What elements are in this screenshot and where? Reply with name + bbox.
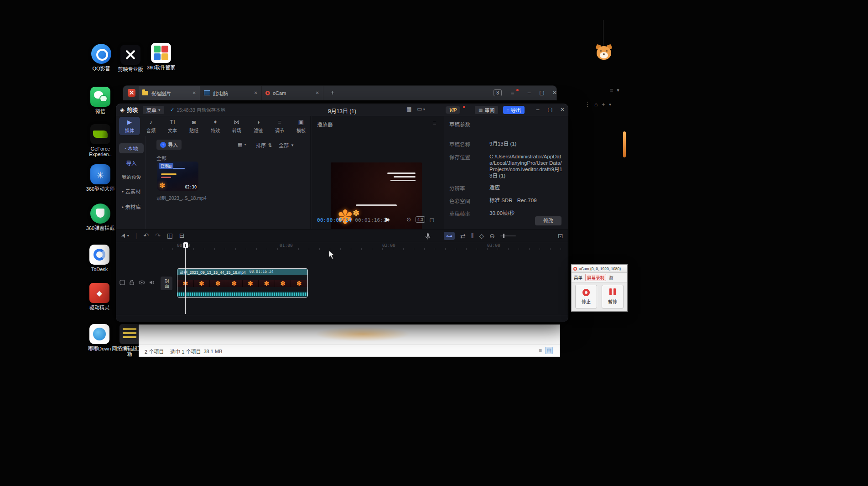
fullscreen-icon[interactable]: ▢ (430, 217, 434, 223)
cover-button[interactable]: 封面 (161, 277, 172, 290)
desktop-icon-geforce[interactable]: GeForce Experien.. (81, 124, 120, 157)
ocam-menu-item[interactable]: 菜单 (574, 274, 582, 281)
media-tab-text[interactable]: TI文本 (162, 117, 183, 135)
auto-snap-toggle[interactable]: ⊶ (444, 232, 455, 240)
zoom-out-button[interactable]: ⊖ (489, 232, 495, 240)
new-tab-button[interactable]: + (331, 89, 334, 96)
playhead-line (185, 247, 186, 314)
modify-button[interactable]: 修改 (535, 216, 561, 225)
preview-quality-icon[interactable]: ⊙ (406, 216, 411, 223)
tab-close-icon[interactable]: ✕ (192, 90, 196, 95)
playhead-handle[interactable] (183, 242, 188, 248)
aspect-ratio-button[interactable]: 4:3 (416, 216, 425, 223)
sidebar-item-import[interactable]: 导入 (119, 158, 144, 168)
sidebar-item-cloud[interactable]: ▸ 云素材 (119, 186, 144, 196)
record-voiceover-button[interactable] (425, 233, 431, 242)
tab-label: 祝福图片 (151, 89, 171, 97)
media-tab-sticker[interactable]: ◙贴纸 (183, 117, 204, 135)
window-maximize-button[interactable]: ▢ (536, 89, 547, 96)
clip-audio-waveform (177, 292, 307, 297)
timeline-clip[interactable]: 录制_2023_09_13_15_44_15_18.mp4 00:01:16:2… (177, 268, 308, 298)
review-button[interactable]: ▦ 审阅 (475, 106, 498, 114)
desktop-icon-360-popup-blocker[interactable]: 360弹窗拦截 (81, 204, 120, 231)
draft-title: 9月13日 (1) (116, 107, 568, 115)
media-tab-media[interactable]: ▶媒体 (119, 117, 140, 135)
desktop-icon-360-driver[interactable]: ✳ 360驱动大师 (81, 164, 120, 192)
jy-close-button[interactable]: ✕ (557, 106, 568, 113)
import-button[interactable]: + 导入 (156, 140, 182, 150)
ocam-stop-button[interactable]: 停止 (575, 285, 597, 308)
layout-grid-icon[interactable]: ▦ (406, 106, 411, 112)
preview-axis-toggle[interactable]: ‖ (471, 232, 474, 240)
pause-label: 暂停 (608, 298, 617, 305)
chevron-down-icon[interactable]: ▾ (617, 88, 619, 93)
cast-icon: ▦ (478, 108, 483, 113)
delete-button[interactable]: ⊟ (179, 232, 185, 239)
timeline-fit-button[interactable]: ⊡ (558, 232, 563, 240)
timeline-ruler[interactable] (162, 243, 563, 250)
media-tab-filters[interactable]: ◑滤镜 (248, 117, 269, 135)
desktop-icon-wechat[interactable]: 微信 (81, 87, 120, 114)
player-menu-icon[interactable]: ≡ (433, 120, 437, 126)
ocam-title-icon (573, 267, 577, 271)
duration-label: 02:30 (185, 185, 197, 189)
desktop-icon-todesk[interactable]: ToDesk (80, 245, 119, 272)
ocam-game-record-tab[interactable]: 游 (609, 274, 613, 281)
ocam-screen-record-tab[interactable]: 屏幕录制 (585, 274, 606, 281)
import-label: 导入 (168, 141, 178, 148)
sidebar-item-presets[interactable]: 我的预设 (119, 172, 144, 182)
desktop-icon-360-manager[interactable]: 360软件管家 (142, 43, 180, 70)
ocam-pause-button[interactable]: 暂停 (602, 285, 624, 308)
timeline-zoom-slider[interactable] (500, 235, 516, 236)
browser-menu-icon[interactable]: ≡ (511, 89, 515, 96)
home-icon[interactable]: ⌂ (594, 101, 598, 108)
bullet-icon: • (125, 146, 126, 151)
timecode-toggle[interactable]: ◇ (479, 232, 484, 240)
sort-button[interactable]: 排序⇅ (256, 141, 272, 149)
pet-string (603, 20, 603, 46)
media-tab-effects[interactable]: ✦特效 (205, 117, 226, 135)
export-button[interactable]: ↑ 导出 (503, 106, 525, 114)
filter-button[interactable]: 全部▼ (279, 141, 294, 149)
media-tab-transitions[interactable]: ⋈转场 (226, 117, 247, 135)
library-video-item[interactable]: ✽ 已添加 02:30 (157, 162, 198, 191)
clip-name: 录制_2023_09_13_15_44_15_18.mp4 (180, 269, 246, 275)
media-tab-templates[interactable]: ▣模板 (291, 117, 312, 135)
select-tool-button[interactable]: ➤ ▾ (121, 232, 129, 239)
media-tab-adjust[interactable]: ≡调节 (269, 117, 290, 135)
review-label: 审阅 (484, 106, 494, 114)
folder-icon (142, 91, 148, 95)
display-icon[interactable]: ▭ (417, 106, 422, 112)
sidebar-item-local[interactable]: • 本地 (119, 143, 144, 153)
view-mode-button[interactable]: ▦▾ (238, 141, 246, 147)
track-expand-icon (119, 279, 125, 286)
menu-icon[interactable]: ≡ (610, 87, 613, 94)
sidebar-item-library[interactable]: ▸ 素材库 (119, 202, 144, 212)
vip-badge[interactable]: VIP (446, 106, 460, 114)
jy-minimize-button[interactable]: – (532, 106, 543, 113)
add-icon[interactable]: + (602, 101, 605, 108)
shiba-pet-widget[interactable] (596, 45, 612, 61)
redo-button[interactable]: ↷ (155, 232, 161, 239)
tab-close-icon[interactable]: ✕ (254, 90, 258, 95)
window-minimize-button[interactable]: – (524, 89, 535, 96)
media-tab-audio[interactable]: ♪音频 (140, 117, 161, 135)
tab-ocam[interactable]: oCam ✕ (262, 86, 323, 100)
tab-this-pc[interactable]: 此电脑 ✕ (200, 86, 262, 100)
tab-close-icon[interactable]: ✕ (316, 90, 319, 95)
list-view-icon[interactable]: ≡ (539, 347, 542, 354)
undo-button[interactable]: ↶ (143, 232, 149, 239)
vip-notification-dot (463, 106, 465, 108)
split-button[interactable]: ◫ (167, 232, 173, 239)
thumbnail-view-icon[interactable]: ▤ (545, 347, 553, 354)
chevron-down-icon[interactable]: ▾ (609, 102, 611, 107)
jy-maximize-button[interactable]: ▢ (545, 106, 556, 113)
dots-icon[interactable]: ⋮ (585, 101, 590, 108)
play-button[interactable]: ▶ (385, 216, 390, 223)
download-count-badge[interactable]: 3 (494, 89, 502, 96)
window-close-button[interactable]: ✕ (549, 89, 560, 96)
desktop-icon-driver-genius[interactable]: ◆ 驱动精灵 (80, 283, 119, 310)
linkage-toggle[interactable]: ⇄ (460, 232, 466, 240)
desktop-icon-label: 驱动精灵 (80, 305, 119, 310)
tab-blessing-images[interactable]: 祝福图片 ✕ (139, 86, 200, 100)
